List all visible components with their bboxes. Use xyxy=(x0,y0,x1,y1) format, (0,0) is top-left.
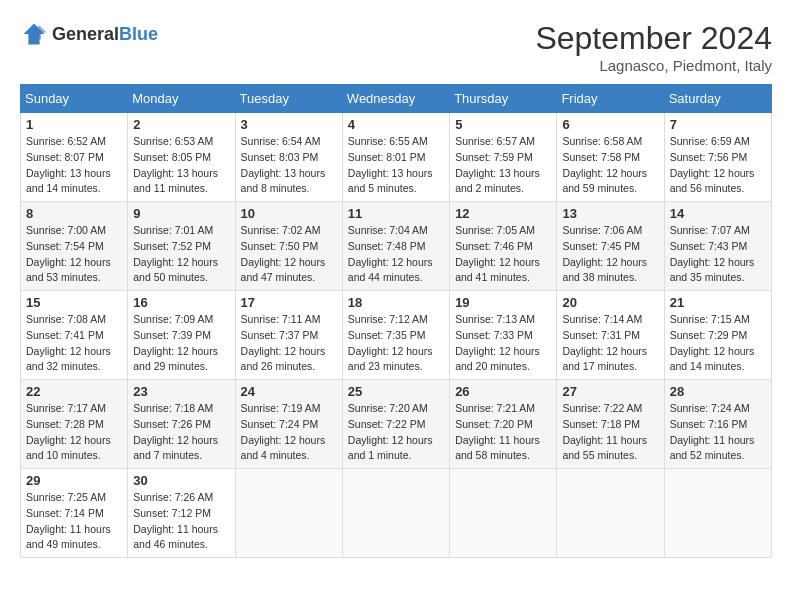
calendar-cell: 14Sunrise: 7:07 AMSunset: 7:43 PMDayligh… xyxy=(664,202,771,291)
calendar-week-2: 8Sunrise: 7:00 AMSunset: 7:54 PMDaylight… xyxy=(21,202,772,291)
day-detail: Sunrise: 7:11 AMSunset: 7:37 PMDaylight:… xyxy=(241,312,337,375)
day-number: 18 xyxy=(348,295,444,310)
day-number: 27 xyxy=(562,384,658,399)
day-number: 25 xyxy=(348,384,444,399)
calendar-table: SundayMondayTuesdayWednesdayThursdayFrid… xyxy=(20,84,772,558)
day-number: 17 xyxy=(241,295,337,310)
day-number: 16 xyxy=(133,295,229,310)
day-number: 15 xyxy=(26,295,122,310)
header-day-thursday: Thursday xyxy=(450,85,557,113)
header-day-wednesday: Wednesday xyxy=(342,85,449,113)
calendar-cell: 18Sunrise: 7:12 AMSunset: 7:35 PMDayligh… xyxy=(342,291,449,380)
calendar-cell: 8Sunrise: 7:00 AMSunset: 7:54 PMDaylight… xyxy=(21,202,128,291)
header-day-monday: Monday xyxy=(128,85,235,113)
header-day-saturday: Saturday xyxy=(664,85,771,113)
header-row: SundayMondayTuesdayWednesdayThursdayFrid… xyxy=(21,85,772,113)
day-detail: Sunrise: 7:05 AMSunset: 7:46 PMDaylight:… xyxy=(455,223,551,286)
day-number: 30 xyxy=(133,473,229,488)
calendar-cell: 25Sunrise: 7:20 AMSunset: 7:22 PMDayligh… xyxy=(342,380,449,469)
day-number: 10 xyxy=(241,206,337,221)
day-number: 14 xyxy=(670,206,766,221)
day-detail: Sunrise: 7:21 AMSunset: 7:20 PMDaylight:… xyxy=(455,401,551,464)
day-number: 9 xyxy=(133,206,229,221)
logo: GeneralBlue xyxy=(20,20,158,48)
calendar-cell: 7Sunrise: 6:59 AMSunset: 7:56 PMDaylight… xyxy=(664,113,771,202)
calendar-cell: 13Sunrise: 7:06 AMSunset: 7:45 PMDayligh… xyxy=(557,202,664,291)
calendar-body: 1Sunrise: 6:52 AMSunset: 8:07 PMDaylight… xyxy=(21,113,772,558)
calendar-cell: 23Sunrise: 7:18 AMSunset: 7:26 PMDayligh… xyxy=(128,380,235,469)
day-number: 22 xyxy=(26,384,122,399)
calendar-cell: 6Sunrise: 6:58 AMSunset: 7:58 PMDaylight… xyxy=(557,113,664,202)
day-detail: Sunrise: 7:26 AMSunset: 7:12 PMDaylight:… xyxy=(133,490,229,553)
calendar-cell xyxy=(664,469,771,558)
month-year: September 2024 xyxy=(535,20,772,57)
day-number: 5 xyxy=(455,117,551,132)
day-detail: Sunrise: 7:17 AMSunset: 7:28 PMDaylight:… xyxy=(26,401,122,464)
logo-text: GeneralBlue xyxy=(52,24,158,45)
logo-icon xyxy=(20,20,48,48)
calendar-cell: 28Sunrise: 7:24 AMSunset: 7:16 PMDayligh… xyxy=(664,380,771,469)
header-day-tuesday: Tuesday xyxy=(235,85,342,113)
day-number: 7 xyxy=(670,117,766,132)
logo-blue: Blue xyxy=(119,24,158,44)
day-number: 11 xyxy=(348,206,444,221)
calendar-cell: 17Sunrise: 7:11 AMSunset: 7:37 PMDayligh… xyxy=(235,291,342,380)
day-detail: Sunrise: 7:19 AMSunset: 7:24 PMDaylight:… xyxy=(241,401,337,464)
day-detail: Sunrise: 6:54 AMSunset: 8:03 PMDaylight:… xyxy=(241,134,337,197)
header-day-sunday: Sunday xyxy=(21,85,128,113)
calendar-cell: 4Sunrise: 6:55 AMSunset: 8:01 PMDaylight… xyxy=(342,113,449,202)
day-detail: Sunrise: 7:14 AMSunset: 7:31 PMDaylight:… xyxy=(562,312,658,375)
calendar-cell: 10Sunrise: 7:02 AMSunset: 7:50 PMDayligh… xyxy=(235,202,342,291)
calendar-cell: 15Sunrise: 7:08 AMSunset: 7:41 PMDayligh… xyxy=(21,291,128,380)
day-detail: Sunrise: 7:00 AMSunset: 7:54 PMDaylight:… xyxy=(26,223,122,286)
day-number: 19 xyxy=(455,295,551,310)
calendar-cell: 12Sunrise: 7:05 AMSunset: 7:46 PMDayligh… xyxy=(450,202,557,291)
calendar-header: SundayMondayTuesdayWednesdayThursdayFrid… xyxy=(21,85,772,113)
calendar-cell: 20Sunrise: 7:14 AMSunset: 7:31 PMDayligh… xyxy=(557,291,664,380)
day-detail: Sunrise: 7:13 AMSunset: 7:33 PMDaylight:… xyxy=(455,312,551,375)
calendar-cell: 21Sunrise: 7:15 AMSunset: 7:29 PMDayligh… xyxy=(664,291,771,380)
calendar-cell xyxy=(450,469,557,558)
calendar-cell: 1Sunrise: 6:52 AMSunset: 8:07 PMDaylight… xyxy=(21,113,128,202)
day-detail: Sunrise: 7:04 AMSunset: 7:48 PMDaylight:… xyxy=(348,223,444,286)
day-number: 2 xyxy=(133,117,229,132)
day-detail: Sunrise: 7:18 AMSunset: 7:26 PMDaylight:… xyxy=(133,401,229,464)
day-detail: Sunrise: 7:06 AMSunset: 7:45 PMDaylight:… xyxy=(562,223,658,286)
page-header: GeneralBlue September 2024 Lagnasco, Pie… xyxy=(20,20,772,74)
day-detail: Sunrise: 7:20 AMSunset: 7:22 PMDaylight:… xyxy=(348,401,444,464)
header-day-friday: Friday xyxy=(557,85,664,113)
day-detail: Sunrise: 7:25 AMSunset: 7:14 PMDaylight:… xyxy=(26,490,122,553)
calendar-cell: 5Sunrise: 6:57 AMSunset: 7:59 PMDaylight… xyxy=(450,113,557,202)
day-detail: Sunrise: 7:09 AMSunset: 7:39 PMDaylight:… xyxy=(133,312,229,375)
day-number: 3 xyxy=(241,117,337,132)
day-detail: Sunrise: 6:53 AMSunset: 8:05 PMDaylight:… xyxy=(133,134,229,197)
calendar-week-5: 29Sunrise: 7:25 AMSunset: 7:14 PMDayligh… xyxy=(21,469,772,558)
calendar-week-3: 15Sunrise: 7:08 AMSunset: 7:41 PMDayligh… xyxy=(21,291,772,380)
day-number: 24 xyxy=(241,384,337,399)
calendar-week-1: 1Sunrise: 6:52 AMSunset: 8:07 PMDaylight… xyxy=(21,113,772,202)
day-number: 4 xyxy=(348,117,444,132)
day-detail: Sunrise: 7:15 AMSunset: 7:29 PMDaylight:… xyxy=(670,312,766,375)
day-number: 23 xyxy=(133,384,229,399)
day-detail: Sunrise: 6:55 AMSunset: 8:01 PMDaylight:… xyxy=(348,134,444,197)
calendar-cell: 29Sunrise: 7:25 AMSunset: 7:14 PMDayligh… xyxy=(21,469,128,558)
day-detail: Sunrise: 7:02 AMSunset: 7:50 PMDaylight:… xyxy=(241,223,337,286)
day-number: 8 xyxy=(26,206,122,221)
calendar-cell: 2Sunrise: 6:53 AMSunset: 8:05 PMDaylight… xyxy=(128,113,235,202)
day-detail: Sunrise: 7:07 AMSunset: 7:43 PMDaylight:… xyxy=(670,223,766,286)
calendar-cell: 3Sunrise: 6:54 AMSunset: 8:03 PMDaylight… xyxy=(235,113,342,202)
location: Lagnasco, Piedmont, Italy xyxy=(535,57,772,74)
calendar-cell: 26Sunrise: 7:21 AMSunset: 7:20 PMDayligh… xyxy=(450,380,557,469)
day-detail: Sunrise: 6:59 AMSunset: 7:56 PMDaylight:… xyxy=(670,134,766,197)
day-number: 6 xyxy=(562,117,658,132)
calendar-week-4: 22Sunrise: 7:17 AMSunset: 7:28 PMDayligh… xyxy=(21,380,772,469)
day-number: 28 xyxy=(670,384,766,399)
day-detail: Sunrise: 7:22 AMSunset: 7:18 PMDaylight:… xyxy=(562,401,658,464)
day-number: 13 xyxy=(562,206,658,221)
day-number: 21 xyxy=(670,295,766,310)
calendar-cell xyxy=(235,469,342,558)
svg-marker-0 xyxy=(24,24,45,45)
day-number: 12 xyxy=(455,206,551,221)
day-number: 1 xyxy=(26,117,122,132)
title-block: September 2024 Lagnasco, Piedmont, Italy xyxy=(535,20,772,74)
